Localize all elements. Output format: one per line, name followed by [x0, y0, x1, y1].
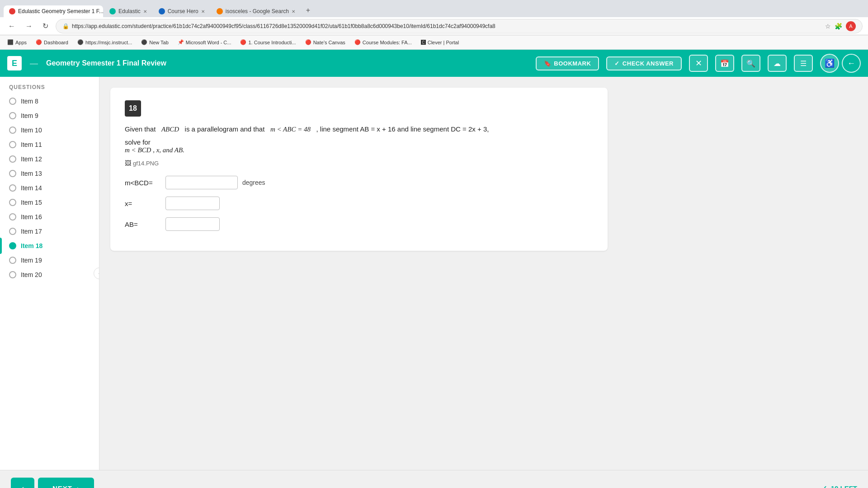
sidebar-label-11: Item 11 [21, 141, 42, 148]
mbcd-input-row: m<BCD= degrees [125, 176, 593, 189]
x-input[interactable] [165, 197, 220, 210]
tab-4[interactable]: isosceles - Google Search ✕ [211, 5, 301, 17]
sidebar-item-item16[interactable]: Item 16 [0, 210, 99, 224]
x-label: x= [125, 200, 161, 207]
profile-icon[interactable]: A [846, 21, 856, 31]
bookmark-nates-canvas[interactable]: 🔴 Nate's Canvas [302, 38, 349, 46]
sidebar-label-19: Item 19 [21, 257, 42, 264]
bookmark-button[interactable]: 🔖 BOOKMARK [536, 56, 599, 70]
sidebar-item-item8[interactable]: Item 8 [0, 94, 99, 108]
sidebar-item-item10[interactable]: Item 10 [0, 123, 99, 137]
ab-input[interactable] [165, 217, 220, 231]
bookmark-apps[interactable]: ⬛ Apps [4, 38, 30, 46]
sidebar-label-17: Item 17 [21, 228, 42, 235]
bookmark-msjc[interactable]: ⚫ https://msjc.instruct... [74, 38, 136, 46]
sidebar-item-item17[interactable]: Item 17 [0, 224, 99, 239]
tab-active[interactable]: Edulastic Geometry Semester 1 F... ✕ [4, 5, 103, 17]
menu-button[interactable]: ☰ [794, 55, 813, 72]
sidebar-label-10: Item 10 [21, 127, 42, 134]
sidebar-item-item9[interactable]: Item 9 [0, 108, 99, 123]
main-layout: QUESTIONS Item 8 Item 9 Item 10 Item 11 … [0, 77, 868, 470]
search-button[interactable]: 🔍 [741, 55, 760, 72]
sidebar-item-item13[interactable]: Item 13 [0, 166, 99, 181]
sidebar-title: QUESTIONS [0, 77, 99, 94]
next-button[interactable]: NEXT › [38, 478, 94, 488]
accessibility-button[interactable]: ♿ [820, 54, 839, 73]
item-dot-15 [9, 199, 16, 206]
item-dot-13 [9, 170, 16, 177]
upload-button[interactable]: ☁ [768, 55, 787, 72]
bookmark-clever[interactable]: 🅲 Clever | Portal [417, 39, 463, 46]
item-dot-17 [9, 228, 16, 235]
sidebar-item-item18[interactable]: Item 18 [0, 239, 99, 253]
solve-for-text: solve for m < BCD , x, and AB. [125, 138, 593, 154]
angle-abc: m < ABC = 48 [270, 126, 311, 133]
prev-button[interactable]: ‹ [11, 478, 34, 488]
sidebar-label-20: Item 20 [21, 271, 42, 278]
tab-close-2[interactable]: ✕ [143, 9, 147, 14]
back-circle-button[interactable]: ← [842, 54, 861, 73]
item-dot-10 [9, 127, 16, 134]
remaining-info: ✓ 10 LEFT [821, 484, 857, 488]
active-bar [0, 238, 2, 254]
sidebar-item-item12[interactable]: Item 12 [0, 152, 99, 166]
sidebar-label-15: Item 15 [21, 199, 42, 206]
bookmark-newtab[interactable]: ⚫ New Tab [137, 38, 172, 46]
mbcd-label: m<BCD= [125, 179, 161, 187]
next-label: NEXT [52, 484, 72, 488]
sidebar-label-8: Item 8 [21, 98, 38, 105]
tab-label-2: Edulastic [118, 8, 141, 14]
item-dot-16 [9, 213, 16, 221]
question-number-badge: 18 [125, 100, 141, 117]
close-button[interactable]: ✕ [689, 55, 708, 72]
sidebar-label-16: Item 16 [21, 213, 42, 221]
sidebar-item-item15[interactable]: Item 15 [0, 195, 99, 210]
sidebar-label-12: Item 12 [21, 155, 42, 163]
calendar-button[interactable]: 📅 [715, 55, 734, 72]
tab-close-3[interactable]: ✕ [201, 9, 205, 14]
bookmarks-bar: ⬛ Apps 🔴 Dashboard ⚫ https://msjc.instru… [0, 35, 868, 50]
bottom-nav: ‹ NEXT › ✓ 10 LEFT [0, 470, 868, 488]
refresh-button[interactable]: ↻ [40, 21, 51, 31]
extensions-icon[interactable]: 🧩 [835, 23, 842, 30]
ab-input-row: AB= [125, 217, 593, 231]
x-input-row: x= [125, 197, 593, 210]
image-placeholder: gf14.PNG [125, 160, 593, 167]
forward-button[interactable]: → [23, 21, 35, 31]
item-dot-18 [9, 242, 16, 249]
item-dot-20 [9, 271, 16, 278]
check-answer-button[interactable]: ✓ CHECK ANSWER [606, 56, 682, 70]
content-area: 18 Given that ABCD is a parallelogram an… [99, 77, 868, 470]
app-logo: E [7, 56, 22, 70]
bookmark-star-icon[interactable]: ☆ [825, 23, 831, 30]
ab-label: AB= [125, 221, 161, 228]
sidebar-item-item14[interactable]: Item 14 [0, 181, 99, 195]
sidebar-item-item20[interactable]: Item 20 [0, 267, 99, 282]
sidebar-item-item11[interactable]: Item 11 [0, 137, 99, 152]
tab-favicon-2 [109, 8, 116, 14]
tab-favicon-1 [9, 8, 15, 14]
bookmark-dashboard[interactable]: 🔴 Dashboard [32, 38, 72, 46]
sidebar-label-18: Item 18 [21, 242, 42, 249]
item-dot-11 [9, 141, 16, 148]
url-box[interactable]: 🔒 https://app.edulastic.com/student/prac… [56, 19, 863, 33]
new-tab-button[interactable]: + [302, 4, 315, 17]
tab-3[interactable]: Course Hero ✕ [153, 5, 210, 17]
mbcd-input[interactable] [165, 176, 238, 189]
header-divider: — [30, 59, 38, 68]
browser-tabs: Edulastic Geometry Semester 1 F... ✕ Edu… [0, 0, 868, 17]
item-dot-12 [9, 155, 16, 163]
tab-favicon-3 [159, 8, 165, 14]
tab-label-4: isosceles - Google Search [226, 8, 289, 14]
back-button[interactable]: ← [5, 21, 18, 31]
tab-2[interactable]: Edulastic ✕ [104, 5, 152, 17]
bookmark-course-modules[interactable]: 🔴 Course Modules: FA... [351, 38, 415, 46]
tab-close-4[interactable]: ✕ [292, 9, 295, 14]
item-dot-9 [9, 112, 16, 119]
app-header: E — Geometry Semester 1 Final Review 🔖 B… [0, 50, 868, 77]
bookmark-course-intro[interactable]: 🔴 1. Course Introducti... [236, 38, 299, 46]
bookmark-word[interactable]: 📌 Microsoft Word - C... [174, 38, 235, 46]
tab-label-1: Edulastic Geometry Semester 1 F... [18, 8, 103, 14]
sidebar-item-item19[interactable]: Item 19 [0, 253, 99, 267]
next-chevron-icon: › [77, 484, 80, 488]
